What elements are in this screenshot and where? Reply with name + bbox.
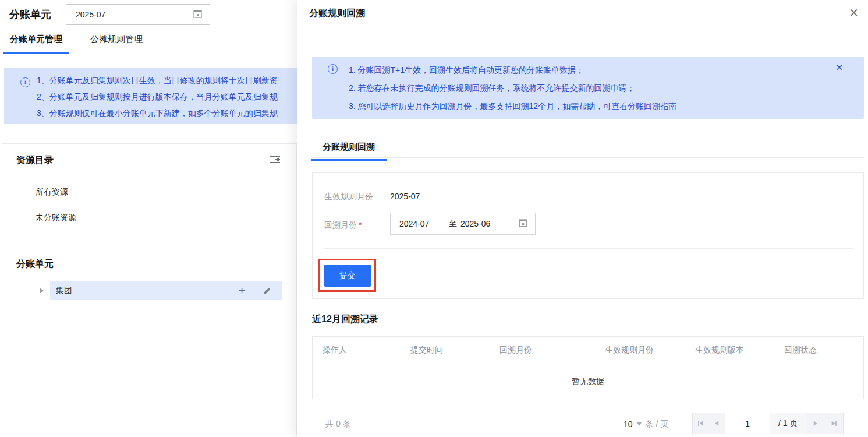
tree-item-group[interactable]: 集团 +	[50, 281, 282, 300]
info-icon: i	[20, 77, 30, 87]
page-notice-banner: i 1、分账单元及归集规则次日生效，当日修改的规则将于次日刷新资 2、分账单元及…	[4, 68, 297, 124]
month-range-picker[interactable]: 2024-07 至 2025-06	[390, 213, 536, 235]
tree-item-label: 集团	[56, 286, 72, 296]
backtrack-drawer: 分账规则回溯 ✕ i ✕ 1. 分账回溯T+1生效，回溯生效后将自动更新您的分账…	[297, 0, 868, 437]
resource-item-all[interactable]: 所有资源	[36, 187, 68, 196]
info-icon: i	[328, 64, 338, 74]
page-number-input[interactable]: 1	[725, 413, 770, 434]
effective-month-value: 2025-07	[390, 192, 420, 201]
tab-backtrack-rule[interactable]: 分账规则回溯	[311, 142, 387, 161]
column-effective-version: 生效规则版本	[685, 345, 774, 355]
collapse-panel-icon[interactable]	[270, 155, 281, 166]
column-operator: 操作人	[313, 345, 401, 355]
panel-divider	[16, 239, 282, 239]
calendar-icon[interactable]	[193, 9, 203, 20]
page-size-value[interactable]: 10	[623, 420, 633, 429]
add-unit-button[interactable]: +	[239, 286, 245, 295]
empty-state-text: 暂无数据	[313, 364, 863, 399]
total-count: 共 0 条	[325, 419, 351, 429]
range-start-value: 2024-07	[399, 219, 449, 228]
screen: 分账单元 2025-07 分账单元管理 公摊规则管理 i 1、分账单元及归集规则…	[0, 0, 868, 437]
last-page-button[interactable]	[824, 413, 843, 434]
resource-panel-title: 资源目录	[16, 154, 54, 167]
drawer-tab-divider	[311, 157, 864, 158]
notice-line: 2、分账单元及归集规则按月进行版本保存，当月分账单元及归集规	[37, 89, 297, 105]
prev-page-button[interactable]	[709, 413, 725, 434]
column-backtrack-status: 回溯状态	[774, 345, 863, 355]
billing-unit-section-title: 分账单元	[16, 258, 54, 270]
drawer-notice-line: 2. 若您存在未执行完成的分账规则回溯任务，系统将不允许提交新的回溯申请；	[349, 79, 829, 97]
caret-right-icon[interactable]	[40, 288, 44, 294]
backtrack-month-label: 回溯月份*	[324, 220, 362, 231]
drawer-notice-line: 1. 分账回溯T+1生效，回溯生效后将自动更新您的分账账单数据；	[349, 61, 829, 79]
total-pages-label: / 1 页	[770, 413, 806, 434]
column-backtrack-month: 回溯月份	[490, 345, 595, 355]
month-picker-value: 2025-07	[76, 10, 105, 19]
submit-button[interactable]: 提交	[324, 265, 371, 287]
caret-down-icon[interactable]	[637, 422, 642, 426]
notice-line: 3、分账规则仅可在最小分账单元下新建，如多个分账单元的归集规	[37, 105, 297, 121]
notice-line: 1、分账单元及归集规则次日生效，当日修改的规则将于次日刷新资	[37, 72, 297, 89]
calendar-icon[interactable]	[518, 218, 528, 230]
column-submit-time: 提交时间	[401, 345, 490, 355]
drawer-close-icon[interactable]: ✕	[849, 6, 859, 20]
range-separator: 至	[449, 218, 457, 229]
tab-billing-unit-management[interactable]: 分账单元管理	[3, 34, 69, 54]
drawer-notice-banner: i ✕ 1. 分账回溯T+1生效，回溯生效后将自动更新您的分账账单数据； 2. …	[312, 57, 864, 119]
table-header-row: 操作人 提交时间 回溯月份 生效规则月份 生效规则版本 回溯状态	[313, 337, 863, 364]
banner-close-icon[interactable]: ✕	[835, 62, 843, 73]
page-size-selector[interactable]: 10 条 / 页	[623, 419, 668, 429]
page-size-unit: 条 / 页	[646, 419, 669, 429]
resource-panel: 资源目录 所有资源 未分账资源 分账单元 集团 +	[2, 143, 297, 436]
billing-unit-page: 分账单元 2025-07 分账单元管理 公摊规则管理 i 1、分账单元及归集规则…	[0, 0, 297, 437]
tabs-divider	[0, 52, 297, 52]
resource-item-unallocated[interactable]: 未分账资源	[36, 213, 76, 222]
pagination: 1 / 1 页	[692, 413, 844, 434]
drawer-title: 分账规则回溯	[309, 8, 365, 20]
page-title: 分账单元	[9, 8, 51, 22]
page-tabs: 分账单元管理 公摊规则管理	[3, 34, 150, 54]
effective-month-label: 生效规则月份	[324, 192, 373, 202]
first-page-button[interactable]	[693, 413, 709, 434]
column-effective-month: 生效规则月份	[595, 345, 685, 355]
tab-shared-rule-management[interactable]: 公摊规则管理	[83, 34, 150, 54]
edit-unit-button[interactable]	[263, 287, 271, 295]
backtrack-form: 生效规则月份 2025-07 回溯月份* 2024-07 至 2025-06 提…	[312, 172, 864, 299]
range-end-value: 2025-06	[460, 219, 490, 228]
records-table: 操作人 提交时间 回溯月份 生效规则月份 生效规则版本 回溯状态 暂无数据	[312, 336, 864, 399]
next-page-button[interactable]	[806, 413, 824, 434]
required-asterisk: *	[359, 220, 362, 230]
drawer-header-divider	[297, 33, 868, 33]
form-divider	[324, 248, 853, 249]
records-title: 近12月回溯记录	[312, 313, 378, 326]
month-picker[interactable]: 2025-07	[66, 4, 210, 25]
drawer-notice-line: 3. 您可以选择历史月作为回溯月份，最多支持回溯12个月，如需帮助，可查看分账回…	[349, 97, 829, 115]
